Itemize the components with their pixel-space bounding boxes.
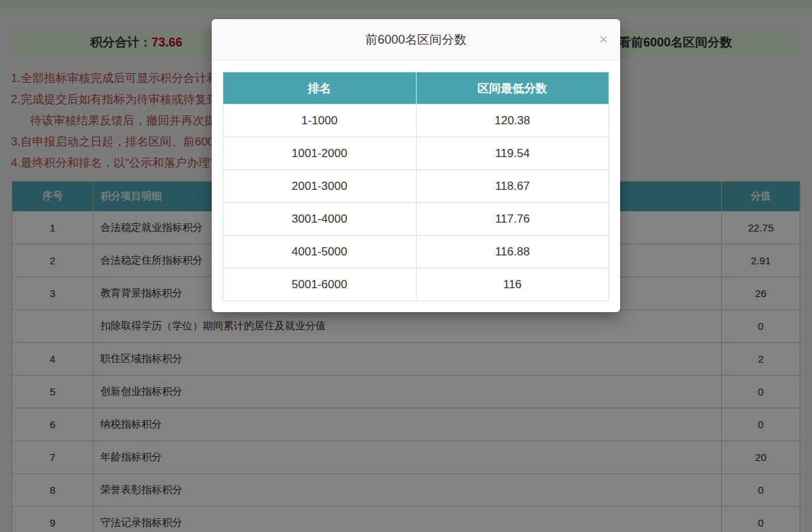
cell-min-score: 116.88 <box>416 236 609 268</box>
table-row: 4001-5000116.88 <box>223 236 609 268</box>
rank-table-header-row: 排名 区间最低分数 <box>223 72 609 104</box>
table-row: 2001-3000118.67 <box>223 170 609 203</box>
modal-title: 前6000名区间分数 <box>212 19 620 60</box>
rank-table: 排名 区间最低分数 1-1000120.381001-2000119.54200… <box>223 72 609 301</box>
cell-min-score: 117.76 <box>416 203 609 236</box>
table-row: 1-1000120.38 <box>223 104 609 137</box>
top6000-modal: 前6000名区间分数 × 排名 区间最低分数 1-1000120.381001-… <box>212 19 620 312</box>
table-row: 3001-4000117.76 <box>223 203 609 236</box>
header-min-score: 区间最低分数 <box>416 72 609 104</box>
modal-header: 前6000名区间分数 × <box>212 19 620 61</box>
cell-rank: 1-1000 <box>223 104 417 137</box>
cell-rank: 1001-2000 <box>223 137 417 170</box>
cell-min-score: 120.38 <box>416 104 609 137</box>
close-icon[interactable]: × <box>596 19 611 60</box>
cell-rank: 4001-5000 <box>223 236 417 268</box>
table-row: 5001-6000116 <box>223 268 609 301</box>
cell-rank: 3001-4000 <box>223 203 417 236</box>
cell-min-score: 116 <box>416 268 609 301</box>
cell-min-score: 119.54 <box>416 137 609 170</box>
rank-table-body: 1-1000120.381001-2000119.542001-3000118.… <box>223 104 609 301</box>
cell-rank: 2001-3000 <box>223 170 417 203</box>
header-rank: 排名 <box>223 72 417 104</box>
table-row: 1001-2000119.54 <box>223 137 609 170</box>
modal-body: 排名 区间最低分数 1-1000120.381001-2000119.54200… <box>212 61 620 312</box>
cell-min-score: 118.67 <box>416 170 609 203</box>
cell-rank: 5001-6000 <box>223 268 417 301</box>
